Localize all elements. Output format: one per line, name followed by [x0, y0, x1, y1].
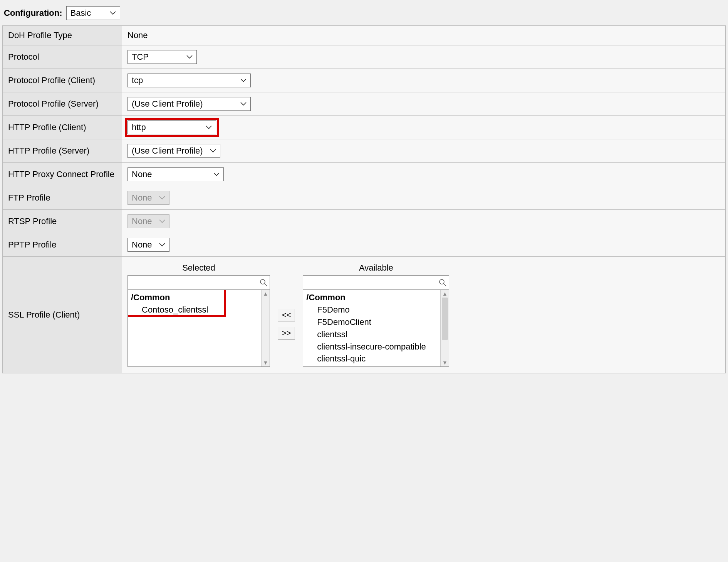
configuration-select[interactable]: Basic	[66, 6, 120, 20]
rtsp-profile-select: None	[127, 214, 169, 228]
row-label-protocol: Protocol	[3, 45, 122, 69]
http-profile-server-select[interactable]: (Use Client Profile)	[127, 144, 220, 158]
search-icon	[439, 279, 446, 286]
row-label-proto-server: Protocol Profile (Server)	[3, 92, 122, 116]
selected-group: /Common	[131, 291, 258, 304]
configuration-select-value: Basic	[70, 8, 91, 18]
chevron-down-icon	[213, 172, 220, 176]
row-label-ssl-client: SSL Profile (Client)	[3, 257, 122, 373]
http-proxy-connect-select[interactable]: None	[127, 167, 224, 181]
svg-point-0	[260, 279, 265, 284]
selected-search-input[interactable]	[131, 278, 260, 288]
available-listbox[interactable]: /Common F5Demo F5DemoClient clientssl cl…	[303, 290, 449, 367]
http-proxy-connect-value: None	[132, 169, 152, 179]
available-item[interactable]: clientssl-secure	[306, 365, 437, 366]
protocol-profile-client-value: tcp	[132, 75, 143, 85]
scrollbar-thumb[interactable]	[442, 298, 448, 340]
ssl-profile-client-duallist: Selected /Common Contoso_clientssl	[127, 261, 720, 368]
available-item[interactable]: F5DemoClient	[306, 316, 437, 328]
configuration-label: Configuration:	[4, 8, 62, 18]
protocol-select-value: TCP	[132, 52, 149, 62]
available-items[interactable]: /Common F5Demo F5DemoClient clientssl cl…	[303, 290, 440, 366]
available-item[interactable]: clientssl-insecure-compatible	[306, 341, 437, 353]
row-label-doh-type: DoH Profile Type	[3, 26, 122, 45]
available-header: Available	[303, 263, 449, 273]
row-label-http-client: HTTP Profile (Client)	[3, 116, 122, 139]
chevron-down-icon	[186, 55, 193, 59]
pptp-profile-value: None	[132, 240, 152, 250]
row-label-ftp: FTP Profile	[3, 186, 122, 210]
ftp-profile-select: None	[127, 191, 169, 205]
available-item[interactable]: clientssl	[306, 328, 437, 341]
protocol-profile-server-value: (Use Client Profile)	[132, 99, 203, 109]
move-right-button[interactable]: >>	[278, 327, 295, 340]
row-value-doh-type: None	[122, 26, 726, 45]
scroll-up-icon[interactable]: ▲	[263, 291, 268, 297]
protocol-profile-client-select[interactable]: tcp	[127, 74, 251, 87]
row-label-pptp: PPTP Profile	[3, 233, 122, 257]
available-item[interactable]: clientssl-quic	[306, 353, 437, 365]
chevron-down-icon	[240, 102, 247, 106]
scroll-down-icon[interactable]: ▼	[263, 360, 268, 366]
http-profile-server-value: (Use Client Profile)	[132, 146, 203, 156]
pptp-profile-select[interactable]: None	[127, 238, 169, 252]
scroll-up-icon[interactable]: ▲	[442, 291, 448, 297]
svg-line-1	[265, 284, 267, 286]
selected-listbox[interactable]: /Common Contoso_clientssl ▲ ▼	[127, 290, 270, 367]
configuration-header: Configuration: Basic	[2, 4, 726, 25]
chevron-down-icon	[110, 11, 116, 15]
row-label-proto-client: Protocol Profile (Client)	[3, 69, 122, 92]
http-profile-client-value: http	[132, 122, 146, 132]
chevron-down-icon	[240, 79, 247, 82]
chevron-down-icon	[206, 125, 212, 129]
svg-line-3	[444, 284, 446, 286]
row-label-http-server: HTTP Profile (Server)	[3, 139, 122, 163]
svg-point-2	[439, 279, 444, 284]
available-group: /Common	[306, 291, 437, 304]
selected-header: Selected	[127, 263, 270, 273]
move-left-button[interactable]: <<	[278, 309, 295, 321]
available-search[interactable]	[303, 275, 449, 290]
scroll-down-icon[interactable]: ▼	[442, 360, 448, 366]
row-label-http-proxy: HTTP Proxy Connect Profile	[3, 163, 122, 186]
chevron-down-icon	[210, 149, 216, 153]
chevron-down-icon	[159, 196, 165, 200]
selected-scrollbar[interactable]: ▲ ▼	[261, 290, 270, 366]
available-scrollbar[interactable]: ▲ ▼	[440, 290, 449, 366]
selected-item[interactable]: Contoso_clientssl	[131, 304, 258, 316]
properties-table: DoH Profile Type None Protocol TCP Proto…	[2, 25, 726, 373]
row-label-rtsp: RTSP Profile	[3, 210, 122, 233]
protocol-profile-server-select[interactable]: (Use Client Profile)	[127, 97, 251, 111]
selected-search[interactable]	[127, 275, 270, 290]
selected-items[interactable]: /Common Contoso_clientssl	[128, 290, 261, 366]
ftp-profile-value: None	[132, 193, 152, 203]
rtsp-profile-value: None	[132, 216, 152, 226]
chevron-down-icon	[159, 219, 165, 223]
http-profile-client-select[interactable]: http	[127, 120, 216, 134]
search-icon	[260, 279, 267, 286]
chevron-down-icon	[159, 243, 165, 247]
available-item[interactable]: F5Demo	[306, 304, 437, 316]
protocol-select[interactable]: TCP	[127, 50, 197, 64]
available-search-input[interactable]	[306, 278, 439, 288]
